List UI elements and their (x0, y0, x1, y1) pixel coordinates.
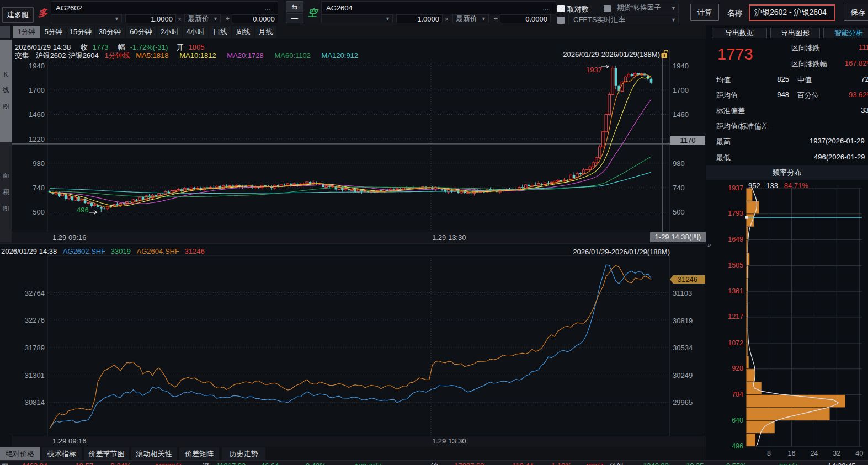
short-side-label: 空 (308, 7, 317, 19)
range-label: 幅 (118, 43, 125, 51)
range-change-label: 区间涨跌 (791, 43, 820, 53)
analysis-tab-价差季节图[interactable]: 价差季节图 (84, 447, 129, 460)
analysis-tab-滚动相关性[interactable]: 滚动相关性 (131, 447, 177, 460)
leg2-factor-input[interactable]: 1.0000 (396, 14, 443, 23)
leg2-offset-input[interactable]: 0.0000 (500, 14, 551, 23)
leg2-more-button[interactable]: ... (542, 4, 549, 12)
kline-ytick-right: 500 (673, 208, 685, 216)
period-tab-15分钟[interactable]: 15分钟 (67, 26, 94, 38)
chart2-last-badge: 31246 (670, 275, 705, 284)
ticker-item: 12973亿 (355, 462, 382, 465)
period-tab-60分钟[interactable]: 60分钟 (126, 26, 156, 38)
chart-type-tab-char: 图 (3, 204, 9, 213)
ma5-line (50, 74, 651, 207)
std-label: 标准偏差 (716, 106, 745, 116)
calculate-button[interactable]: 计算 (690, 4, 719, 21)
period-tab-1分钟[interactable]: 1分钟 (13, 26, 40, 38)
swap-legs-button[interactable]: ⇆ (286, 1, 303, 12)
kline-ytick-left: 1220 (17, 135, 45, 143)
period-label: 1分钟线 (104, 51, 130, 60)
analysis-tab-绝对价格[interactable]: 绝对价格 (0, 447, 40, 460)
chart2-header: 2026/01/29 14:38 AG2602.SHF 33019 AG2604… (1, 247, 205, 255)
leg2-times-operator: × (445, 15, 449, 23)
period-tab-4小时[interactable]: 4小时 (183, 26, 208, 38)
chart-type-tab-K线图[interactable]: K线图 (0, 40, 12, 142)
leg1-selector-dropdown[interactable]: ▼ (51, 14, 122, 23)
build-leg-button[interactable]: 建多腿 (2, 7, 34, 23)
fx-mode-dropdown[interactable]: CFETS实时汇率 ▼ (568, 15, 679, 24)
period-tab-月线[interactable]: 月线 (255, 26, 276, 38)
chart-type-tab-面积图[interactable]: 面积图 (0, 142, 12, 242)
collapse-corner-button[interactable] (0, 26, 10, 38)
leg2-price-mode-dropdown[interactable]: 最新价 ▼ (452, 14, 489, 23)
mean-value: 825 (750, 75, 789, 83)
chart2-val2: 31246 (185, 247, 205, 255)
leg2-contract-input[interactable]: AG2604 ... (321, 1, 556, 14)
hist-ytick: 1217 (711, 313, 743, 320)
fx-mode-checkbox[interactable] (557, 17, 565, 24)
analysis-tab-价差矩阵[interactable]: 价差矩阵 (179, 447, 219, 460)
leg1-contract-input[interactable]: AG2602 ... (51, 1, 278, 14)
export-chart-label: 导出图形 (781, 28, 810, 38)
smart-analysis-button[interactable]: 智能分析 (823, 28, 868, 38)
panel-current-value: 1773 (717, 45, 753, 63)
ticker-item: 498亿 (585, 462, 604, 465)
factor-mode-dropdown[interactable]: 期货*转换因子 ▼ (614, 3, 679, 13)
lock-icon (664, 54, 665, 57)
chevron-down-icon: ▼ (213, 16, 218, 22)
chart2-val1: 33019 (111, 247, 131, 255)
period-tab-5分钟[interactable]: 5分钟 (41, 26, 66, 38)
chart-type-tab-char: 积 (3, 188, 9, 197)
leg1-more-button[interactable]: ... (264, 4, 270, 12)
leg2-contract-value: AG2604 (326, 4, 353, 12)
chevron-down-icon: ▼ (385, 16, 390, 22)
hist-ytick: 1505 (711, 261, 743, 269)
ma5-legend: MA5:1818 (136, 51, 168, 60)
ticker-item: ▥ (2, 462, 8, 465)
leg2-selector-dropdown[interactable]: ▼ (321, 14, 393, 23)
spread-name-input[interactable]: 沪银2602 - 沪银2604 (749, 4, 835, 21)
export-data-button[interactable]: 导出数据 (712, 28, 767, 38)
hist-xtick: 8 (764, 450, 775, 457)
chart2-ytick-right: 30249 (673, 371, 693, 380)
ticker-item: 10.35 (686, 462, 704, 465)
hist-ytick: 784 (711, 391, 743, 398)
ticker-item: 4463.04 (22, 462, 47, 465)
long-side-label: 多 (38, 7, 47, 19)
chevron-down-icon: ▼ (481, 16, 486, 22)
leg1-offset-input[interactable]: 0.0000 (232, 14, 278, 23)
smart-analysis-label: 智能分析 (834, 28, 863, 38)
set-mode-label[interactable]: 交集 (15, 51, 29, 60)
leg1-contract-value: AG2602 (56, 4, 82, 12)
period-tab-30分钟[interactable]: 30分钟 (95, 26, 125, 38)
leg1-factor-input[interactable]: 1.0000 (125, 14, 176, 23)
open-label: 开 (177, 43, 184, 51)
log-checkbox[interactable] (557, 5, 565, 12)
high-marker-label: 1937 (586, 66, 602, 74)
analysis-tab-技术指标[interactable]: 技术指标 (42, 447, 82, 460)
leg2-plus-operator: + (494, 15, 498, 23)
export-chart-button[interactable]: 导出图形 (770, 28, 820, 38)
hist-ytick: 1937 (711, 184, 743, 192)
factor-mode-checkbox[interactable] (604, 5, 611, 12)
hist-ytick: 928 (711, 365, 743, 372)
ticker-item: 0.40% (306, 462, 326, 465)
leg1-offset-value: 0.0000 (253, 15, 275, 23)
ma20-legend: MA20:1728 (227, 51, 264, 60)
chevron-down-icon: ▼ (671, 6, 676, 11)
ticker-item: 0.55% (726, 462, 747, 465)
analysis-tab-历史走势[interactable]: 历史走势 (222, 447, 265, 460)
leg1-price-mode-dropdown[interactable]: 最新价 ▼ (184, 14, 221, 23)
chart2-series-AG2604.SHF (50, 265, 651, 429)
save-button[interactable]: 保存 (844, 4, 868, 21)
period-tab-周线[interactable]: 周线 (232, 26, 254, 38)
line-mode-button[interactable]: — (286, 13, 303, 23)
chart-type-tab-char: 面 (3, 171, 9, 180)
kline-xaxis-badge[interactable]: 1-29 14:38(四) (650, 232, 706, 242)
period-tab-日线[interactable]: 日线 (209, 26, 231, 38)
kline-ytick-left: 1460 (17, 110, 45, 119)
freq-stat-b: 133 (766, 181, 778, 190)
period-tab-2小时[interactable]: 2小时 (157, 26, 182, 38)
leg1-times-operator: × (178, 15, 182, 23)
median-value: 726 (822, 75, 868, 83)
